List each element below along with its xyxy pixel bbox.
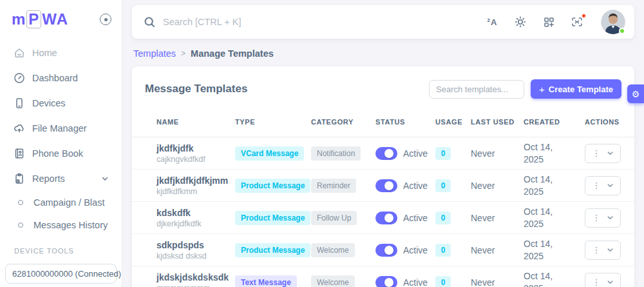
- sidebar-item-campaign-blast[interactable]: Campaign / Blast: [0, 192, 122, 213]
- status-toggle[interactable]: [375, 147, 397, 160]
- chevron-down-icon: [99, 172, 111, 185]
- created-cell: Oct 14, 2025: [524, 173, 562, 197]
- status-cell: Active: [375, 212, 435, 224]
- type-badge: Text Message: [235, 275, 297, 287]
- usage-cell: 0: [435, 276, 471, 287]
- created-cell: Oct 14, 2025: [524, 270, 562, 287]
- device-selector[interactable]: 6281000000000 (Connected): [5, 264, 117, 284]
- vertical-dots-icon: ⋮: [592, 181, 601, 190]
- template-name: jkdfjkdfkjdfkjmm: [156, 175, 235, 186]
- status-toggle[interactable]: [375, 212, 397, 224]
- column-header-name[interactable]: NAME: [145, 118, 235, 126]
- table-body: jkdfkjdfk cajkngvkdfkdf VCard Message No…: [132, 137, 634, 287]
- translate-icon[interactable]: zA: [485, 15, 499, 29]
- sidebar-item-dashboard[interactable]: Dashboard: [0, 66, 122, 90]
- sidebar-item-label: Reports: [32, 173, 92, 184]
- template-search-input[interactable]: [429, 80, 524, 99]
- settings-gear-fab[interactable]: ⚙: [627, 84, 644, 103]
- toggle-knob: [384, 181, 393, 190]
- logo-text-boxed: P: [26, 10, 41, 28]
- search-icon[interactable]: [142, 15, 156, 29]
- table-header-row: NAME TYPE CATEGORY STATUS USAGE LAST USE…: [132, 106, 634, 137]
- sidebar-item-label: Messages History: [33, 220, 108, 230]
- usage-badge: 0: [435, 276, 451, 287]
- table-row: jkdfjkdfkjdfkjmm kjdfkdfkmm Product Mess…: [132, 170, 634, 202]
- breadcrumb-separator: >: [181, 49, 185, 58]
- created-cell: Oct 14, 2025: [524, 238, 562, 261]
- column-header-usage[interactable]: USAGE: [435, 118, 471, 126]
- file-manager-icon: [13, 122, 26, 135]
- status-toggle[interactable]: [375, 276, 397, 287]
- status-cell: Active: [375, 179, 435, 192]
- template-name-cell: jkdfkjdfk cajkngvkdfkdf: [145, 143, 235, 164]
- app-logo[interactable]: mPWA: [12, 10, 68, 28]
- category-cell: Follow Up: [311, 211, 375, 225]
- row-actions-button[interactable]: ⋮: [585, 273, 621, 287]
- apps-grid-icon[interactable]: [542, 15, 556, 29]
- last-used-cell: Never: [471, 148, 524, 159]
- status-toggle[interactable]: [375, 179, 397, 192]
- status-label: Active: [403, 213, 428, 223]
- category-badge: Welcome: [311, 243, 355, 257]
- column-header-actions[interactable]: ACTIONS: [585, 118, 625, 126]
- vertical-dots-icon: ⋮: [592, 278, 601, 286]
- sidebar-item-home[interactable]: Home: [0, 41, 122, 64]
- sidebar-item-devices[interactable]: Devices: [0, 92, 122, 115]
- column-header-category[interactable]: CATEGORY: [311, 118, 375, 126]
- category-badge: Welcome: [311, 275, 355, 287]
- row-actions-button[interactable]: ⋮: [585, 241, 621, 260]
- column-header-created[interactable]: CREATED: [524, 118, 585, 126]
- user-avatar[interactable]: [601, 10, 625, 34]
- toggle-knob: [384, 213, 393, 223]
- column-header-type[interactable]: TYPE: [235, 118, 311, 126]
- template-name: sdkpdspds: [156, 240, 235, 250]
- sidebar-collapse-toggle-icon[interactable]: [100, 14, 111, 25]
- usage-badge: 0: [435, 212, 451, 224]
- light-mode-icon[interactable]: [513, 15, 527, 29]
- row-actions-button[interactable]: ⋮: [585, 144, 621, 163]
- table-row: jkdfkjdfk cajkngvkdfkdf VCard Message No…: [132, 137, 634, 170]
- column-header-status[interactable]: STATUS: [375, 118, 435, 126]
- notification-badge-dot: [582, 14, 586, 18]
- status-label: Active: [403, 245, 428, 255]
- circle-bullet-icon: [18, 200, 23, 205]
- category-badge: Reminder: [311, 179, 356, 193]
- last-used-cell: Never: [471, 181, 524, 191]
- vertical-dots-icon: ⋮: [592, 149, 601, 157]
- sidebar-item-file-manager[interactable]: File Manager: [0, 117, 122, 140]
- screen-status-icon[interactable]: [570, 15, 584, 29]
- row-actions-button[interactable]: ⋮: [585, 208, 621, 228]
- category-cell: Reminder: [311, 179, 375, 193]
- breadcrumb-link-templates[interactable]: Templates: [133, 48, 176, 59]
- sidebar-item-label: File Manager: [32, 123, 87, 134]
- sidebar-item-phone-book[interactable]: Phone Book: [0, 142, 122, 165]
- circle-bullet-icon: [18, 223, 23, 228]
- sidebar-item-label: Dashboard: [32, 73, 78, 83]
- usage-cell: 0: [435, 212, 471, 224]
- sidebar-item-reports[interactable]: Reports: [0, 167, 122, 190]
- table-row: sdkpdspds kjdsksd dsksd Product Message …: [132, 234, 634, 266]
- column-header-last-used[interactable]: LAST USED: [471, 118, 524, 126]
- main-content: zA Templat: [122, 0, 644, 287]
- create-template-button[interactable]: + Create Template: [531, 79, 621, 99]
- sidebar-item-messages-history[interactable]: Messages History: [0, 215, 122, 235]
- gear-icon: ⚙: [632, 89, 640, 99]
- devices-icon: [13, 97, 26, 110]
- status-cell: Active: [375, 244, 435, 257]
- online-status-dot: [619, 28, 625, 34]
- global-search-input[interactable]: [163, 17, 356, 27]
- status-toggle[interactable]: [375, 244, 397, 257]
- breadcrumb-current: Manage Templates: [191, 48, 274, 59]
- vertical-dots-icon: ⋮: [592, 246, 601, 254]
- sidebar-item-label: Campaign / Blast: [33, 197, 104, 208]
- row-actions-button[interactable]: ⋮: [585, 176, 621, 195]
- category-badge: Follow Up: [311, 211, 357, 225]
- phone-book-icon: [13, 147, 26, 160]
- message-templates-panel: Message Templates + Create Template NAME…: [132, 66, 634, 287]
- category-cell: Welcome: [311, 243, 375, 257]
- usage-cell: 0: [435, 179, 471, 192]
- template-name: kdskdfk: [156, 208, 235, 218]
- type-badge: VCard Message: [235, 146, 304, 161]
- status-cell: Active: [375, 147, 435, 160]
- breadcrumb: Templates > Manage Templates: [132, 39, 634, 66]
